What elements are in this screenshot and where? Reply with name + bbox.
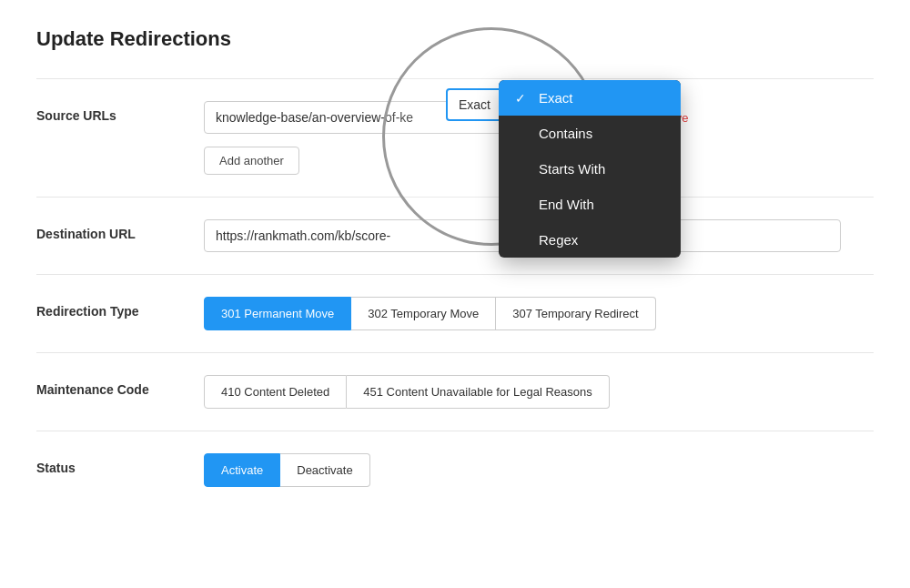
dropdown-item-starts-with-label: Starts With <box>539 161 605 177</box>
maintenance-code-content: 410 Content Deleted 451 Content Unavaila… <box>204 375 874 409</box>
status-btn-deactivate[interactable]: Deactivate <box>280 453 369 487</box>
redirection-type-label: Redirection Type <box>36 297 182 319</box>
source-urls-section: Source URLs Exact Contains Starts With E… <box>36 78 874 197</box>
redirection-type-section: Redirection Type 301 Permanent Move 302 … <box>36 274 874 352</box>
dropdown-item-regex-label: Regex <box>539 232 578 248</box>
maintenance-btn-451[interactable]: 451 Content Unavailable for Legal Reason… <box>347 375 610 409</box>
type-btn-302[interactable]: 302 Temporary Move <box>351 297 496 330</box>
add-another-button[interactable]: Add another <box>204 147 299 175</box>
dropdown-item-end-with[interactable]: ✓ End With <box>499 187 681 222</box>
dropdown-item-exact[interactable]: ✓ Exact <box>499 80 681 116</box>
redirection-type-content: 301 Permanent Move 302 Temporary Move 30… <box>204 297 874 330</box>
dropdown-item-starts-with[interactable]: ✓ Starts With <box>499 151 681 187</box>
status-row: Activate Deactivate <box>204 453 874 487</box>
dropdown-item-regex[interactable]: ✓ Regex <box>499 222 681 258</box>
source-url-input[interactable] <box>204 101 513 134</box>
match-type-dropdown: ✓ Exact ✓ Contains ✓ Starts With ✓ End W… <box>499 80 681 258</box>
source-urls-label: Source URLs <box>36 101 182 123</box>
status-btn-activate[interactable]: Activate <box>204 453 280 487</box>
redirection-type-row: 301 Permanent Move 302 Temporary Move 30… <box>204 297 874 330</box>
maintenance-code-label: Maintenance Code <box>36 375 182 397</box>
status-section: Status Activate Deactivate <box>36 431 874 509</box>
maintenance-btn-410[interactable]: 410 Content Deleted <box>204 375 347 409</box>
destination-url-label: Destination URL <box>36 219 182 241</box>
dropdown-item-contains[interactable]: ✓ Contains <box>499 116 681 151</box>
status-content: Activate Deactivate <box>204 453 874 487</box>
dropdown-item-exact-label: Exact <box>539 90 573 106</box>
page-title: Update Redirections <box>36 27 874 51</box>
type-btn-307[interactable]: 307 Temporary Redirect <box>496 297 656 330</box>
dropdown-item-contains-label: Contains <box>539 126 592 141</box>
page-container: Update Redirections Source URLs Exact Co… <box>0 0 910 536</box>
status-label: Status <box>36 453 182 475</box>
destination-url-section: Destination URL <box>36 197 874 274</box>
dropdown-item-end-with-label: End With <box>539 197 594 212</box>
type-btn-301[interactable]: 301 Permanent Move <box>204 297 351 330</box>
check-icon: ✓ <box>515 91 530 106</box>
maintenance-code-section: Maintenance Code 410 Content Deleted 451… <box>36 352 874 431</box>
maintenance-row: 410 Content Deleted 451 Content Unavaila… <box>204 375 874 409</box>
